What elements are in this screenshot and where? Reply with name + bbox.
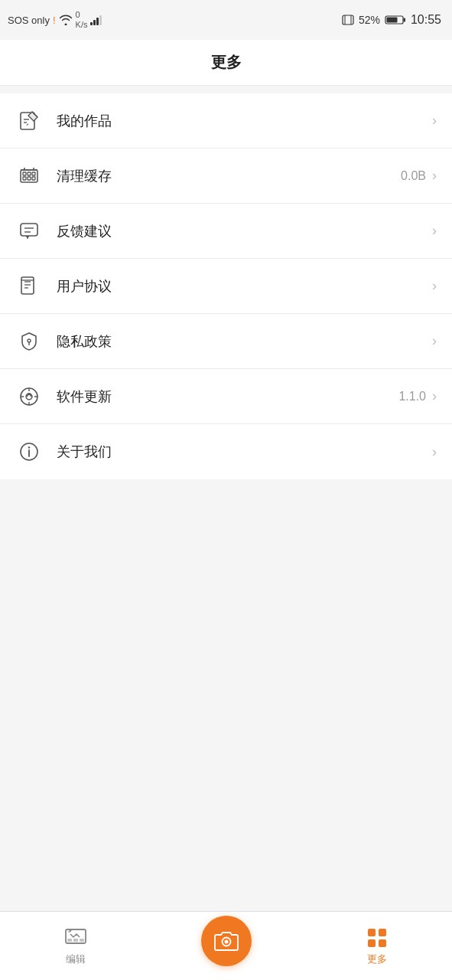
feedback-icon <box>15 217 43 245</box>
battery-percent: 52% <box>359 14 380 26</box>
chevron-right-icon: › <box>432 333 437 349</box>
nav-item-camera[interactable] <box>151 916 301 977</box>
agreement-icon <box>15 273 43 300</box>
menu-list: 我的作品 › 清理缓存 0.0B › <box>0 93 452 479</box>
page-title: 更多 <box>211 54 242 70</box>
about-us-label: 关于我们 <box>57 443 432 461</box>
edit-nav-label: 编辑 <box>66 952 86 966</box>
menu-item-about-us[interactable]: 关于我们 › <box>0 424 452 479</box>
menu-item-privacy-policy[interactable]: 隐私政策 › <box>0 314 452 369</box>
svg-rect-26 <box>21 277 34 294</box>
privacy-icon <box>15 328 43 355</box>
update-icon <box>15 383 43 410</box>
svg-rect-16 <box>32 172 35 175</box>
more-nav-label: 更多 <box>367 952 387 966</box>
svg-rect-41 <box>80 939 84 942</box>
svg-rect-39 <box>67 939 72 942</box>
menu-item-user-agreement[interactable]: 用户协议 › <box>0 259 452 314</box>
svg-rect-8 <box>386 18 397 23</box>
edit-icon <box>15 107 43 135</box>
svg-rect-45 <box>379 929 386 936</box>
nav-item-edit[interactable]: 编辑 <box>0 926 151 966</box>
software-update-label: 软件更新 <box>57 387 398 406</box>
sos-text: SOS only <box>8 15 50 26</box>
clear-cache-label: 清理缓存 <box>57 167 401 185</box>
svg-rect-3 <box>99 15 102 25</box>
battery-icon <box>385 15 406 25</box>
camera-button[interactable] <box>201 916 252 966</box>
nav-item-more[interactable]: 更多 <box>301 926 452 966</box>
menu-item-software-update[interactable]: 软件更新 1.1.0 › <box>0 369 452 424</box>
svg-rect-23 <box>21 224 37 236</box>
cache-icon <box>15 162 43 190</box>
chevron-right-icon: › <box>432 388 437 404</box>
chevron-right-icon: › <box>432 444 437 460</box>
more-nav-icon <box>366 926 389 949</box>
svg-rect-19 <box>32 177 35 180</box>
user-agreement-label: 用户协议 <box>57 277 432 296</box>
chevron-right-icon: › <box>432 223 437 239</box>
svg-point-37 <box>28 446 30 448</box>
signal-icon <box>90 15 104 25</box>
my-works-label: 我的作品 <box>57 112 432 130</box>
status-right: 52% 10:55 <box>342 13 441 27</box>
svg-point-43 <box>224 939 228 943</box>
menu-item-my-works[interactable]: 我的作品 › <box>0 93 452 149</box>
svg-rect-2 <box>96 18 99 25</box>
svg-rect-40 <box>73 939 78 942</box>
svg-rect-44 <box>368 929 376 936</box>
svg-rect-1 <box>93 20 96 25</box>
svg-rect-9 <box>403 18 405 22</box>
svg-rect-46 <box>368 939 376 947</box>
menu-item-clear-cache[interactable]: 清理缓存 0.0B › <box>0 149 452 204</box>
svg-point-31 <box>28 339 31 342</box>
bottom-nav: 编辑 更多 <box>0 911 452 980</box>
phone-icon <box>342 15 354 25</box>
chevron-right-icon: › <box>432 168 437 184</box>
chevron-right-icon: › <box>432 113 437 129</box>
privacy-policy-label: 隐私政策 <box>57 332 432 351</box>
svg-rect-14 <box>23 172 26 175</box>
network-speed: 0K/s <box>76 10 88 30</box>
feedback-label: 反馈建议 <box>57 222 432 240</box>
svg-rect-47 <box>379 939 386 947</box>
time: 10:55 <box>411 13 441 27</box>
svg-rect-15 <box>28 172 31 175</box>
exclamation-icon: ! <box>53 15 56 26</box>
version-value: 1.1.0 <box>398 390 426 403</box>
svg-rect-4 <box>343 15 353 24</box>
cache-value: 0.0B <box>401 169 426 183</box>
svg-rect-18 <box>28 177 31 180</box>
edit-nav-icon <box>64 926 87 949</box>
page-title-bar: 更多 <box>0 40 452 86</box>
wifi-icon <box>59 15 73 25</box>
svg-rect-17 <box>23 177 26 180</box>
svg-rect-0 <box>90 22 93 25</box>
about-icon <box>15 438 43 466</box>
chevron-right-icon: › <box>432 278 437 294</box>
status-left: SOS only ! 0K/s <box>8 10 104 30</box>
menu-item-feedback[interactable]: 反馈建议 › <box>0 204 452 259</box>
status-bar: SOS only ! 0K/s 52% 10:55 <box>0 0 452 40</box>
